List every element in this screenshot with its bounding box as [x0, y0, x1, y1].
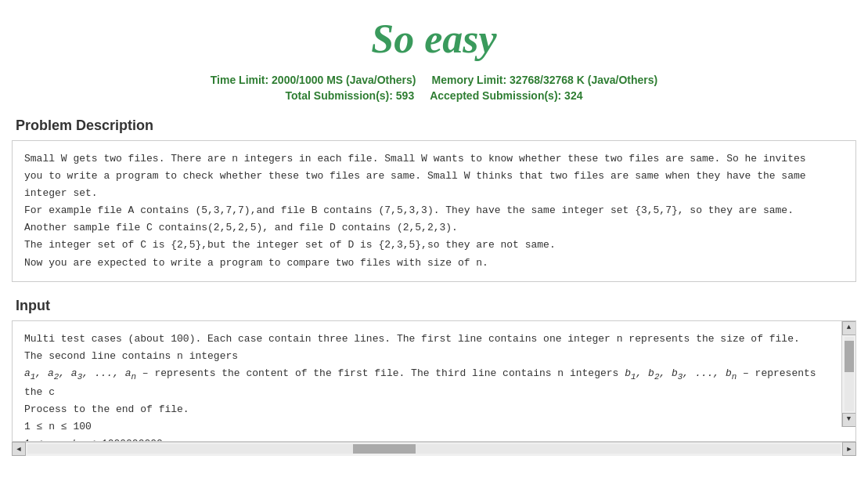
scroll-left-icon: ◄	[16, 445, 23, 453]
vertical-scrollbar[interactable]: ▲ ▼	[841, 321, 855, 427]
input-scrollable-box[interactable]: ▲ ▼ Multi test cases (about 100). Each c…	[12, 320, 856, 442]
input-line-2: The second line contains n integers	[24, 348, 840, 365]
input-content: Multi test cases (about 100). Each case …	[13, 321, 855, 442]
problem-description-section: Problem Description Small W gets two fil…	[12, 118, 856, 282]
input-line-6: 1 ≤ ai, bi ≤ 1000000000	[24, 436, 840, 442]
input-line-5: 1 ≤ n ≤ 100	[24, 418, 840, 436]
pd-line-6: The integer set of C is {2,5},but the in…	[24, 237, 844, 254]
hscroll-track[interactable]	[27, 444, 841, 454]
scroll-down-icon: ▼	[847, 414, 851, 425]
input-line-1: Multi test cases (about 100). Each case …	[24, 331, 840, 348]
input-title: Input	[12, 298, 856, 314]
meta-row-1: Time Limit: 2000/1000 MS (Java/Others) M…	[12, 74, 856, 86]
input-box-wrapper: ▲ ▼ Multi test cases (about 100). Each c…	[12, 320, 856, 456]
pd-line-5: Another sample file C contains(2,5,2,5),…	[24, 219, 844, 237]
scroll-up-icon: ▲	[847, 322, 851, 334]
title-section: So easy	[12, 8, 856, 74]
pd-line-2: you to write a program to check whether …	[24, 168, 844, 185]
total-submissions: Total Submission(s): 593	[286, 89, 415, 102]
pd-line-3: integer set.	[24, 185, 844, 202]
pd-line-7: Now you are expected to write a program …	[24, 255, 844, 272]
horizontal-scrollbar[interactable]: ◄ ►	[12, 442, 856, 456]
pd-line-4: For example file A contains (5,3,7,7),an…	[24, 202, 844, 219]
hscroll-thumb[interactable]	[353, 444, 416, 454]
time-limit: Time Limit: 2000/1000 MS (Java/Others)	[211, 74, 416, 86]
scroll-right-icon: ►	[846, 445, 853, 453]
math-b: b1, b2, b3, ..., bn	[625, 367, 737, 379]
math-a: a1, a2, a3, ..., an	[24, 367, 136, 379]
problem-description-title: Problem Description	[12, 118, 856, 134]
problem-description-box: Small W gets two files. There are n inte…	[12, 140, 856, 282]
page-title: So easy	[12, 16, 856, 62]
scroll-right-button[interactable]: ►	[842, 442, 856, 456]
vscroll-thumb[interactable]	[845, 341, 854, 372]
input-line-4: Process to the end of file.	[24, 401, 840, 418]
pd-line-1: Small W gets two files. There are n inte…	[24, 150, 844, 168]
scroll-up-button[interactable]: ▲	[842, 321, 856, 335]
scroll-down-button[interactable]: ▼	[842, 413, 856, 427]
input-line-3: a1, a2, a3, ..., an – represents the con…	[24, 365, 840, 401]
math-ai: ai, bi	[49, 438, 83, 442]
page-container: So easy Time Limit: 2000/1000 MS (Java/O…	[0, 0, 868, 464]
memory-limit: Memory Limit: 32768/32768 K (Java/Others…	[432, 74, 658, 86]
scroll-left-button[interactable]: ◄	[12, 442, 26, 456]
meta-section: Time Limit: 2000/1000 MS (Java/Others) M…	[12, 74, 856, 102]
meta-row-2: Total Submission(s): 593 Accepted Submis…	[12, 89, 856, 102]
vscroll-track[interactable]	[845, 337, 854, 411]
accepted-submissions: Accepted Submission(s): 324	[430, 89, 582, 102]
input-section: Input ▲ ▼ Multi test cases (about 100). …	[12, 298, 856, 456]
